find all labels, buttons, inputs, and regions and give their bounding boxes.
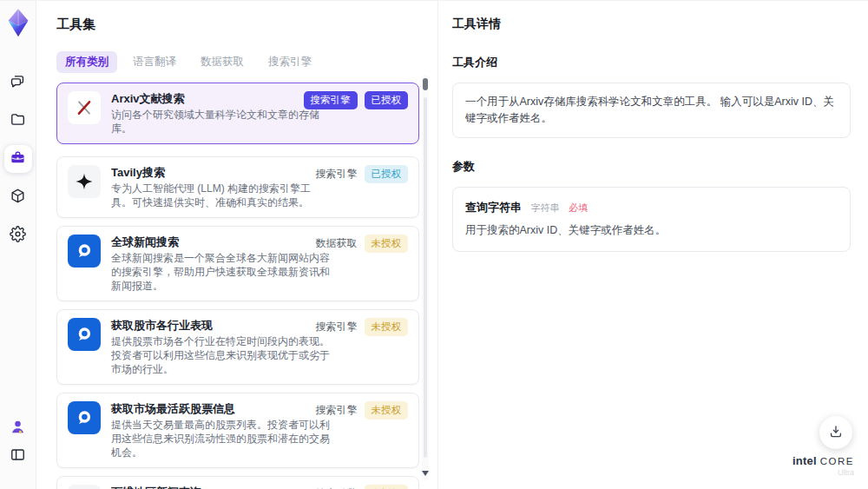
intro-heading: 工具介绍 (452, 55, 851, 70)
sidebar-nav (4, 69, 32, 249)
core-wordmark: CORE (820, 456, 854, 467)
category-label: 搜索引擎 (316, 320, 358, 334)
tool-card-global-news[interactable]: 全球新闻搜索 全球新闻搜索是一个聚合全球各大新闻网站内容的搜索引擎，帮助用户快速… (56, 226, 419, 301)
arxiv-icon (68, 91, 101, 124)
sidebar-bottom (0, 418, 36, 466)
category-tabs: 所有类别 语言翻译 数据获取 搜索引擎 (56, 51, 437, 73)
regional-news-icon (68, 485, 101, 489)
auth-badge: 未授权 (365, 485, 409, 489)
stock-sector-icon (68, 318, 101, 351)
tool-list: Arxiv文献搜索 访问各个研究领域大量科学论文和文章的存储库。 搜索引擎 已授… (56, 83, 419, 489)
sidebar-item-models[interactable] (4, 183, 32, 211)
category-label: 数据获取 (316, 236, 358, 251)
global-news-icon (68, 235, 101, 268)
download-button[interactable] (819, 416, 852, 449)
detail-title: 工具详情 (452, 17, 851, 32)
scrollbar-track (424, 97, 427, 458)
user-avatar-button[interactable] (8, 418, 29, 439)
active-stocks-icon (68, 401, 101, 434)
panel-layout-icon (10, 446, 26, 466)
sidebar-item-settings[interactable] (4, 221, 32, 249)
download-icon (828, 424, 844, 442)
tool-intro-box: 一个用于从Arxiv存储库搜索科学论文和文章的工具。 输入可以是Arxiv ID… (452, 83, 851, 138)
auth-badge: 已授权 (365, 165, 409, 183)
auth-badge: 未授权 (365, 318, 409, 336)
tavily-star-icon (68, 165, 101, 198)
sidebar-item-chat[interactable] (4, 69, 32, 96)
sidebar-item-files[interactable] (4, 107, 32, 135)
param-description: 用于搜索的Arxiv ID、关键字或作者姓名。 (465, 223, 838, 238)
intel-core-logo: intel CORE Ultra (792, 455, 854, 478)
auth-badge: 未授权 (365, 401, 409, 420)
scrollbar-thumb[interactable] (423, 78, 428, 90)
auth-badge: 已授权 (365, 91, 409, 109)
tool-card-arxiv[interactable]: Arxiv文献搜索 访问各个研究领域大量科学论文和文章的存储库。 搜索引擎 已授… (56, 83, 419, 144)
param-type: 字符串 (530, 202, 559, 213)
params-heading: 参数 (452, 159, 851, 175)
tool-description: 访问各个研究领域大量科学论文和文章的存储库。 (111, 108, 330, 135)
app-logo-icon[interactable] (4, 8, 32, 37)
ultra-wordmark: Ultra (792, 469, 854, 478)
tab-all-categories[interactable]: 所有类别 (56, 51, 117, 73)
parameter-box: 查询字符串 字符串 必填 用于搜索的Arxiv ID、关键字或作者姓名。 (452, 187, 851, 252)
toggle-sidebar-button[interactable] (8, 446, 29, 466)
scroll-down-arrow-icon[interactable] (422, 470, 429, 477)
folder-icon (10, 111, 26, 130)
param-required-badge: 必填 (569, 202, 588, 213)
tool-card-stock-sector[interactable]: 获取股市各行业表现 提供股票市场各个行业在特定时间段内的表现。投资者可以利用这些… (56, 309, 419, 385)
tool-card-regional-news[interactable]: 万维地区新闻查询 查询具体行政区划内的新闻，快速了解各地新闻动态 搜索引擎 未授… (56, 476, 419, 489)
sidebar (0, 1, 36, 489)
category-badge: 搜索引擎 (304, 91, 358, 109)
tab-language-translation[interactable]: 语言翻译 (124, 51, 185, 73)
tab-search-engine[interactable]: 搜索引擎 (260, 51, 320, 73)
tool-card-tavily[interactable]: Tavily搜索 专为人工智能代理 (LLM) 构建的搜索引擎工具。可快速提供实… (56, 156, 419, 218)
app-window: 工具集 所有类别 语言翻译 数据获取 搜索引擎 Arxiv文献搜索 访问各个研究… (0, 0, 868, 489)
intel-wordmark: intel (792, 455, 817, 467)
tool-detail-panel: 工具详情 工具介绍 一个用于从Arxiv存储库搜索科学论文和文章的工具。 输入可… (438, 1, 868, 489)
sidebar-item-tools[interactable] (4, 145, 32, 173)
tool-intro-text: 一个用于从Arxiv存储库搜索科学论文和文章的工具。 输入可以是Arxiv ID… (465, 96, 834, 124)
scrollbar[interactable] (422, 75, 429, 480)
tool-description: 提供当天交易量最高的股票列表。投资者可以利用这些信息来识别流动性强的股票和潜在的… (111, 418, 330, 459)
tool-description: 专为人工智能代理 (LLM) 构建的搜索引擎工具。可快速提供实时、准确和真实的结… (111, 182, 330, 209)
user-icon (10, 419, 26, 438)
category-label: 搜索引擎 (316, 403, 358, 418)
auth-badge: 未授权 (365, 235, 409, 253)
tool-card-active-stocks[interactable]: 获取市场最活跃股票信息 提供当天交易量最高的股票列表。投资者可以利用这些信息来识… (56, 393, 419, 468)
param-name: 查询字符串 (465, 201, 522, 214)
tool-list-panel: 工具集 所有类别 语言翻译 数据获取 搜索引擎 Arxiv文献搜索 访问各个研究… (36, 1, 438, 489)
tool-description: 提供股票市场各个行业在特定时间段内的表现。投资者可以利用这些信息来识别表现优于或… (111, 334, 330, 376)
briefcase-icon (10, 149, 26, 169)
cube-icon (10, 188, 26, 207)
category-label: 搜索引擎 (316, 167, 358, 182)
gear-icon (10, 226, 26, 245)
chat-icon (10, 73, 26, 92)
tool-description: 全球新闻搜索是一个聚合全球各大新闻网站内容的搜索引擎，帮助用户快速获取全球最新资… (111, 251, 330, 293)
tab-data-acquisition[interactable]: 数据获取 (192, 51, 253, 73)
page-title: 工具集 (56, 17, 437, 33)
